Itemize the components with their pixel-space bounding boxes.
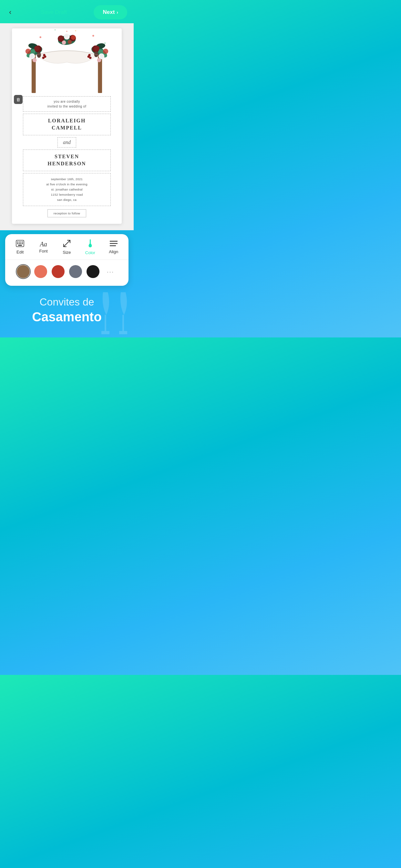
header: ‹ Save Draft Next › bbox=[0, 0, 134, 23]
tab-edit[interactable]: Edit bbox=[11, 240, 29, 254]
svg-point-17 bbox=[33, 58, 37, 62]
svg-point-34 bbox=[62, 40, 66, 44]
svg-line-54 bbox=[64, 240, 70, 247]
tab-align[interactable]: Align bbox=[104, 240, 123, 254]
more-colors-button[interactable]: ··· bbox=[104, 265, 117, 278]
bride-name-box[interactable]: LORALEIGH CAMPELL bbox=[23, 114, 111, 135]
svg-point-33 bbox=[71, 35, 76, 40]
color-swatch-gray[interactable] bbox=[69, 265, 82, 278]
and-box[interactable]: and bbox=[58, 137, 76, 148]
svg-point-22 bbox=[94, 46, 99, 51]
svg-point-25 bbox=[103, 49, 108, 54]
and-text: and bbox=[63, 140, 71, 145]
svg-point-4 bbox=[104, 42, 105, 44]
svg-point-3 bbox=[92, 35, 94, 36]
svg-rect-50 bbox=[19, 243, 20, 244]
tab-color[interactable]: Color bbox=[81, 239, 99, 255]
size-icon bbox=[63, 240, 71, 249]
svg-point-7 bbox=[55, 29, 56, 31]
align-icon bbox=[110, 240, 118, 248]
font-icon: Aa bbox=[40, 241, 47, 247]
card-wrapper: 🗑 you are cordially invited to the weddi… bbox=[0, 23, 134, 230]
details-text: september 16th, 2021 at five o'clock in … bbox=[30, 177, 104, 203]
svg-point-38 bbox=[43, 54, 45, 56]
cordially-text-box[interactable]: you are cordially invited to the wedding… bbox=[23, 96, 111, 112]
toolbar-tabs: Edit Aa Font Size bbox=[5, 239, 128, 260]
tab-size[interactable]: Size bbox=[58, 240, 76, 255]
card-text-content: 🗑 you are cordially invited to the weddi… bbox=[23, 93, 111, 224]
bride-name: LORALEIGH CAMPELL bbox=[30, 117, 104, 132]
tab-font[interactable]: Aa Font bbox=[35, 241, 53, 253]
more-colors-icon: ··· bbox=[107, 268, 114, 275]
svg-point-8 bbox=[75, 30, 76, 31]
next-arrow-icon: › bbox=[117, 10, 118, 15]
svg-rect-46 bbox=[19, 242, 20, 243]
bottom-title-line1: Convites de bbox=[40, 296, 94, 309]
invitation-card: 🗑 you are cordially invited to the weddi… bbox=[12, 28, 122, 224]
details-box[interactable]: september 16th, 2021 at five o'clock in … bbox=[23, 173, 111, 206]
color-swatch-black[interactable] bbox=[87, 265, 99, 278]
keyboard-icon bbox=[16, 240, 24, 248]
svg-rect-49 bbox=[17, 243, 18, 244]
svg-rect-57 bbox=[89, 244, 91, 246]
svg-point-15 bbox=[30, 54, 34, 58]
save-draft-button[interactable]: Save Draft bbox=[41, 9, 67, 16]
svg-point-31 bbox=[64, 34, 68, 38]
svg-point-24 bbox=[100, 54, 104, 58]
next-button[interactable]: Next › bbox=[94, 5, 127, 20]
color-tab-label: Color bbox=[85, 250, 95, 255]
svg-point-2 bbox=[39, 36, 41, 38]
align-tab-label: Align bbox=[109, 249, 118, 254]
groom-name-box[interactable]: STEVEN HENDERSON bbox=[23, 150, 111, 171]
color-icon bbox=[87, 239, 94, 249]
toolbar-card: Edit Aa Font Size bbox=[5, 234, 128, 286]
svg-rect-53 bbox=[18, 245, 22, 246]
color-swatch-red[interactable] bbox=[52, 265, 65, 278]
wine-glasses-decoration bbox=[95, 289, 134, 337]
svg-rect-45 bbox=[17, 242, 18, 243]
bottom-section: Convites de Casamento bbox=[0, 286, 134, 337]
groom-name: STEVEN HENDERSON bbox=[30, 153, 104, 167]
color-swatch-salmon[interactable] bbox=[34, 265, 47, 278]
next-label: Next bbox=[103, 9, 115, 16]
svg-rect-55 bbox=[90, 239, 91, 244]
svg-point-42 bbox=[37, 52, 41, 58]
svg-point-41 bbox=[88, 54, 90, 56]
svg-rect-47 bbox=[20, 242, 21, 243]
font-tab-label: Font bbox=[39, 249, 48, 253]
svg-point-16 bbox=[26, 49, 31, 54]
edit-tab-label: Edit bbox=[17, 250, 24, 254]
svg-point-35 bbox=[68, 40, 72, 44]
svg-point-26 bbox=[97, 58, 101, 62]
svg-rect-48 bbox=[22, 242, 23, 243]
reception-text: reception to follow bbox=[54, 212, 80, 215]
delete-icon[interactable]: 🗑 bbox=[14, 95, 23, 104]
back-button[interactable]: ‹ bbox=[6, 7, 14, 18]
reception-box[interactable]: reception to follow bbox=[48, 209, 86, 217]
svg-rect-51 bbox=[20, 243, 21, 244]
floral-arch bbox=[12, 28, 122, 93]
color-swatches-row: ··· bbox=[5, 260, 128, 279]
color-swatch-brown[interactable] bbox=[17, 265, 30, 278]
svg-point-29 bbox=[58, 36, 63, 41]
bottom-title-line2: Casamento bbox=[32, 309, 102, 324]
cordially-text: you are cordially invited to the wedding… bbox=[48, 100, 86, 108]
svg-rect-52 bbox=[22, 243, 23, 244]
size-tab-label: Size bbox=[63, 250, 71, 255]
svg-point-13 bbox=[34, 46, 39, 51]
svg-point-6 bbox=[66, 31, 67, 32]
